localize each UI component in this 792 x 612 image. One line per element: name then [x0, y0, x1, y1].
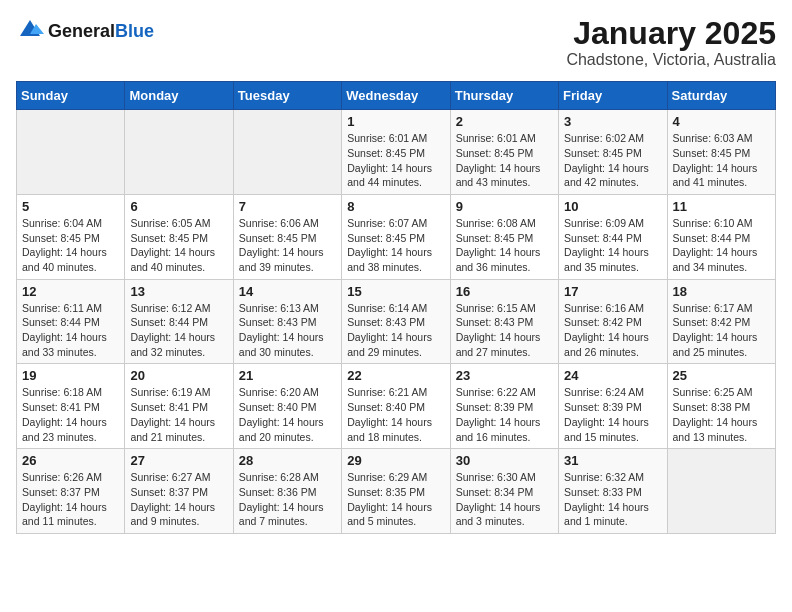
day-number: 13	[130, 284, 227, 299]
day-info: Sunrise: 6:25 AM Sunset: 8:38 PM Dayligh…	[673, 385, 770, 444]
day-cell: 27Sunrise: 6:27 AM Sunset: 8:37 PM Dayli…	[125, 449, 233, 534]
day-cell: 1Sunrise: 6:01 AM Sunset: 8:45 PM Daylig…	[342, 110, 450, 195]
header-monday: Monday	[125, 82, 233, 110]
page-header: GeneralBlue January 2025 Chadstone, Vict…	[16, 16, 776, 69]
day-info: Sunrise: 6:21 AM Sunset: 8:40 PM Dayligh…	[347, 385, 444, 444]
day-cell: 28Sunrise: 6:28 AM Sunset: 8:36 PM Dayli…	[233, 449, 341, 534]
logo-blue: Blue	[115, 21, 154, 41]
day-number: 16	[456, 284, 553, 299]
day-cell: 7Sunrise: 6:06 AM Sunset: 8:45 PM Daylig…	[233, 194, 341, 279]
day-info: Sunrise: 6:19 AM Sunset: 8:41 PM Dayligh…	[130, 385, 227, 444]
day-number: 29	[347, 453, 444, 468]
day-info: Sunrise: 6:09 AM Sunset: 8:44 PM Dayligh…	[564, 216, 661, 275]
day-number: 6	[130, 199, 227, 214]
day-info: Sunrise: 6:30 AM Sunset: 8:34 PM Dayligh…	[456, 470, 553, 529]
day-number: 17	[564, 284, 661, 299]
day-info: Sunrise: 6:16 AM Sunset: 8:42 PM Dayligh…	[564, 301, 661, 360]
day-cell: 14Sunrise: 6:13 AM Sunset: 8:43 PM Dayli…	[233, 279, 341, 364]
day-number: 26	[22, 453, 119, 468]
day-info: Sunrise: 6:18 AM Sunset: 8:41 PM Dayligh…	[22, 385, 119, 444]
logo: GeneralBlue	[16, 16, 154, 48]
day-number: 5	[22, 199, 119, 214]
day-number: 22	[347, 368, 444, 383]
day-cell	[17, 110, 125, 195]
day-number: 31	[564, 453, 661, 468]
day-number: 9	[456, 199, 553, 214]
day-cell: 4Sunrise: 6:03 AM Sunset: 8:45 PM Daylig…	[667, 110, 775, 195]
day-info: Sunrise: 6:26 AM Sunset: 8:37 PM Dayligh…	[22, 470, 119, 529]
day-info: Sunrise: 6:06 AM Sunset: 8:45 PM Dayligh…	[239, 216, 336, 275]
day-cell: 15Sunrise: 6:14 AM Sunset: 8:43 PM Dayli…	[342, 279, 450, 364]
day-number: 24	[564, 368, 661, 383]
day-number: 18	[673, 284, 770, 299]
day-number: 15	[347, 284, 444, 299]
week-row-3: 12Sunrise: 6:11 AM Sunset: 8:44 PM Dayli…	[17, 279, 776, 364]
day-number: 8	[347, 199, 444, 214]
day-cell: 19Sunrise: 6:18 AM Sunset: 8:41 PM Dayli…	[17, 364, 125, 449]
day-info: Sunrise: 6:22 AM Sunset: 8:39 PM Dayligh…	[456, 385, 553, 444]
day-info: Sunrise: 6:03 AM Sunset: 8:45 PM Dayligh…	[673, 131, 770, 190]
day-number: 3	[564, 114, 661, 129]
day-cell: 13Sunrise: 6:12 AM Sunset: 8:44 PM Dayli…	[125, 279, 233, 364]
day-cell: 6Sunrise: 6:05 AM Sunset: 8:45 PM Daylig…	[125, 194, 233, 279]
page-subtitle: Chadstone, Victoria, Australia	[566, 51, 776, 69]
day-number: 7	[239, 199, 336, 214]
day-cell: 9Sunrise: 6:08 AM Sunset: 8:45 PM Daylig…	[450, 194, 558, 279]
day-cell: 21Sunrise: 6:20 AM Sunset: 8:40 PM Dayli…	[233, 364, 341, 449]
day-cell	[667, 449, 775, 534]
day-cell: 17Sunrise: 6:16 AM Sunset: 8:42 PM Dayli…	[559, 279, 667, 364]
day-number: 25	[673, 368, 770, 383]
day-number: 11	[673, 199, 770, 214]
day-info: Sunrise: 6:04 AM Sunset: 8:45 PM Dayligh…	[22, 216, 119, 275]
day-cell: 8Sunrise: 6:07 AM Sunset: 8:45 PM Daylig…	[342, 194, 450, 279]
day-number: 12	[22, 284, 119, 299]
week-row-2: 5Sunrise: 6:04 AM Sunset: 8:45 PM Daylig…	[17, 194, 776, 279]
day-cell: 5Sunrise: 6:04 AM Sunset: 8:45 PM Daylig…	[17, 194, 125, 279]
week-row-4: 19Sunrise: 6:18 AM Sunset: 8:41 PM Dayli…	[17, 364, 776, 449]
day-cell: 2Sunrise: 6:01 AM Sunset: 8:45 PM Daylig…	[450, 110, 558, 195]
day-info: Sunrise: 6:17 AM Sunset: 8:42 PM Dayligh…	[673, 301, 770, 360]
day-info: Sunrise: 6:15 AM Sunset: 8:43 PM Dayligh…	[456, 301, 553, 360]
day-cell: 20Sunrise: 6:19 AM Sunset: 8:41 PM Dayli…	[125, 364, 233, 449]
day-cell: 23Sunrise: 6:22 AM Sunset: 8:39 PM Dayli…	[450, 364, 558, 449]
days-of-week-row: SundayMondayTuesdayWednesdayThursdayFrid…	[17, 82, 776, 110]
day-cell: 31Sunrise: 6:32 AM Sunset: 8:33 PM Dayli…	[559, 449, 667, 534]
day-info: Sunrise: 6:28 AM Sunset: 8:36 PM Dayligh…	[239, 470, 336, 529]
day-cell: 3Sunrise: 6:02 AM Sunset: 8:45 PM Daylig…	[559, 110, 667, 195]
day-info: Sunrise: 6:01 AM Sunset: 8:45 PM Dayligh…	[347, 131, 444, 190]
day-info: Sunrise: 6:08 AM Sunset: 8:45 PM Dayligh…	[456, 216, 553, 275]
day-info: Sunrise: 6:01 AM Sunset: 8:45 PM Dayligh…	[456, 131, 553, 190]
day-number: 19	[22, 368, 119, 383]
day-cell: 18Sunrise: 6:17 AM Sunset: 8:42 PM Dayli…	[667, 279, 775, 364]
week-row-1: 1Sunrise: 6:01 AM Sunset: 8:45 PM Daylig…	[17, 110, 776, 195]
day-cell: 30Sunrise: 6:30 AM Sunset: 8:34 PM Dayli…	[450, 449, 558, 534]
day-cell: 22Sunrise: 6:21 AM Sunset: 8:40 PM Dayli…	[342, 364, 450, 449]
day-number: 14	[239, 284, 336, 299]
day-cell: 26Sunrise: 6:26 AM Sunset: 8:37 PM Dayli…	[17, 449, 125, 534]
day-info: Sunrise: 6:20 AM Sunset: 8:40 PM Dayligh…	[239, 385, 336, 444]
day-number: 21	[239, 368, 336, 383]
day-cell: 11Sunrise: 6:10 AM Sunset: 8:44 PM Dayli…	[667, 194, 775, 279]
day-cell: 24Sunrise: 6:24 AM Sunset: 8:39 PM Dayli…	[559, 364, 667, 449]
day-info: Sunrise: 6:24 AM Sunset: 8:39 PM Dayligh…	[564, 385, 661, 444]
calendar-table: SundayMondayTuesdayWednesdayThursdayFrid…	[16, 81, 776, 534]
day-info: Sunrise: 6:07 AM Sunset: 8:45 PM Dayligh…	[347, 216, 444, 275]
day-info: Sunrise: 6:14 AM Sunset: 8:43 PM Dayligh…	[347, 301, 444, 360]
day-cell: 10Sunrise: 6:09 AM Sunset: 8:44 PM Dayli…	[559, 194, 667, 279]
day-number: 4	[673, 114, 770, 129]
day-info: Sunrise: 6:32 AM Sunset: 8:33 PM Dayligh…	[564, 470, 661, 529]
day-number: 1	[347, 114, 444, 129]
header-wednesday: Wednesday	[342, 82, 450, 110]
day-info: Sunrise: 6:29 AM Sunset: 8:35 PM Dayligh…	[347, 470, 444, 529]
title-block: January 2025 Chadstone, Victoria, Austra…	[566, 16, 776, 69]
header-saturday: Saturday	[667, 82, 775, 110]
day-number: 20	[130, 368, 227, 383]
header-tuesday: Tuesday	[233, 82, 341, 110]
header-sunday: Sunday	[17, 82, 125, 110]
day-number: 30	[456, 453, 553, 468]
header-friday: Friday	[559, 82, 667, 110]
page-title: January 2025	[566, 16, 776, 51]
day-number: 28	[239, 453, 336, 468]
day-number: 2	[456, 114, 553, 129]
day-info: Sunrise: 6:27 AM Sunset: 8:37 PM Dayligh…	[130, 470, 227, 529]
